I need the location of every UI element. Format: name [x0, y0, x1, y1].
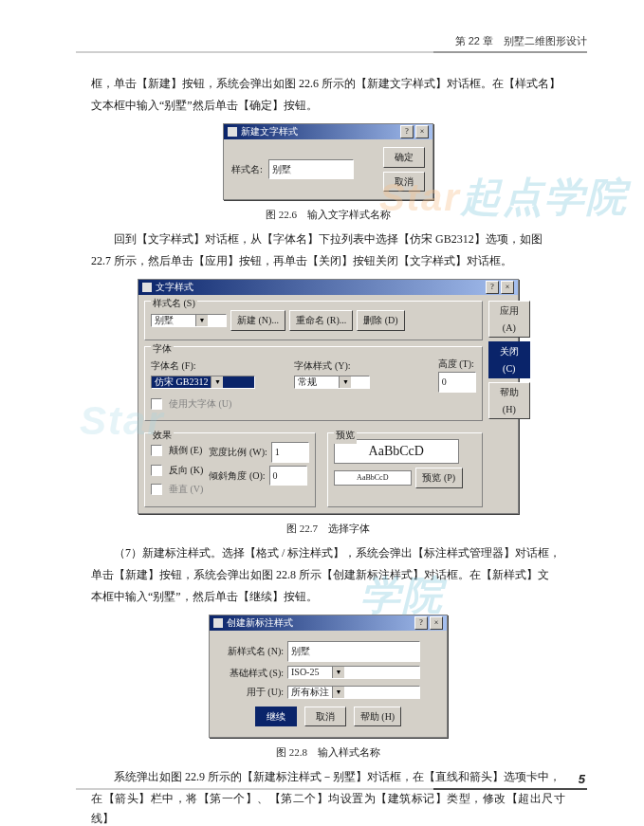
height-label: 高度 (T):: [438, 356, 476, 373]
width-label: 宽度比例 (W):: [209, 444, 267, 461]
cancel-button[interactable]: 取消: [383, 172, 425, 193]
reverse-label: 反向 (K): [169, 462, 203, 479]
paragraph: 在【箭头】栏中，将【第一个】、【第二个】均设置为【建筑标记】类型，修改【超出尺寸…: [91, 789, 565, 826]
group-preview: 预览: [334, 427, 357, 444]
rename-button[interactable]: 重命名 (R)...: [289, 310, 353, 331]
font-name-combo[interactable]: 仿宋 GB2312▼: [151, 376, 255, 389]
vertical-label: 垂直 (V): [169, 481, 203, 498]
preview-button[interactable]: 预览 (P): [415, 468, 463, 488]
new-style-label: 新样式名 (N):: [217, 643, 284, 660]
footer-rule: [76, 788, 587, 790]
cancel-button[interactable]: 取消: [304, 707, 346, 727]
font-style-combo[interactable]: 常规▼: [294, 376, 370, 389]
figure-caption: 图 22.8 输入样式名称: [91, 743, 565, 762]
dialog-title-bar: 创建新标注样式 ? ×: [210, 615, 447, 631]
help-icon[interactable]: ?: [486, 281, 499, 294]
paragraph: 框，单击【新建】按钮，系统会弹出如图 22.6 所示的【新建文字样式】对话框。在…: [91, 74, 565, 94]
oblique-label: 倾斜角度 (O):: [209, 468, 265, 485]
new-style-input[interactable]: 别墅: [287, 641, 420, 662]
style-name-input[interactable]: 别墅: [268, 159, 354, 180]
figure-22-7: 文字样式 ? × 样式名 (S) 别墅▼ 新建 (N).: [91, 279, 565, 538]
paragraph: （7）新建标注样式。选择【格式 / 标注样式】，系统会弹出【标注样式管理器】对话…: [91, 543, 565, 563]
group-effect: 效果: [151, 427, 174, 444]
paragraph: 文本框中输入“别墅”然后单击【确定】按钮。: [91, 96, 565, 116]
vertical-checkbox[interactable]: [151, 484, 162, 495]
help-icon[interactable]: ?: [400, 125, 414, 138]
oblique-input[interactable]: 0: [269, 466, 307, 486]
ok-button[interactable]: 确定: [383, 147, 425, 168]
bigfont-checkbox[interactable]: [151, 398, 162, 410]
new-button[interactable]: 新建 (N)...: [230, 310, 285, 331]
help-icon[interactable]: ?: [414, 616, 428, 630]
dialog-title-bar: 新建文字样式 ? ×: [224, 124, 432, 139]
page: 第 22 章 别墅二维图形设计 Star起点学院 StarStar 学院 框，单…: [0, 0, 644, 826]
dialog-title: 新建文字样式: [241, 124, 398, 139]
figure-caption: 图 22.7 选择字体: [91, 520, 565, 538]
delete-button[interactable]: 删除 (D): [357, 310, 404, 331]
preview-small: AaBbCcD: [334, 470, 412, 486]
app-icon: [142, 283, 152, 292]
use-for-combo[interactable]: 所有标注▼: [287, 686, 420, 699]
style-name-label: 样式名:: [231, 161, 263, 178]
help-button[interactable]: 帮助 (H): [354, 707, 401, 727]
paragraph: 单击【新建】按钮，系统会弹出如图 22.8 所示【创建新标注样式】对话框。在【新…: [91, 565, 565, 585]
help-button[interactable]: 帮助 (H): [488, 382, 530, 419]
paragraph: 本框中输入“别墅”，然后单击【继续】按钮。: [91, 587, 565, 607]
page-content: 框，单击【新建】按钮，系统会弹出如图 22.6 所示的【新建文字样式】对话框。在…: [91, 74, 565, 826]
use-for-label: 用于 (U):: [217, 684, 284, 701]
figure-22-8: 创建新标注样式 ? × 新样式名 (N): 别墅 基础样式 (S): ISO-2…: [91, 615, 565, 762]
paragraph: 回到【文字样式】对话框，从【字体名】下拉列表中选择【仿宋 GB2312】选项，如…: [91, 229, 565, 249]
dialog-title-bar: 文字样式 ? ×: [138, 280, 518, 295]
close-icon[interactable]: ×: [415, 125, 429, 138]
dialog-title: 文字样式: [156, 280, 484, 295]
app-icon: [213, 618, 223, 628]
continue-button[interactable]: 继续: [255, 707, 297, 727]
close-icon[interactable]: ×: [430, 616, 443, 630]
font-style-label: 字体样式 (Y):: [294, 358, 433, 375]
app-icon: [228, 127, 237, 137]
group-font: 字体: [151, 340, 174, 358]
width-input[interactable]: 1: [271, 442, 309, 463]
group-style-name: 样式名 (S): [151, 295, 197, 312]
font-name-label: 字体名 (F):: [151, 358, 290, 375]
base-style-label: 基础样式 (S):: [217, 665, 284, 682]
header-rule: [76, 51, 587, 53]
dialog-title: 创建新标注样式: [227, 615, 413, 631]
figure-22-6: 新建文字样式 ? × 样式名: 别墅 确定 取消 图 22.6 输入文字样式名称: [91, 123, 565, 224]
base-style-combo[interactable]: ISO-25▼: [287, 666, 420, 679]
paragraph: 22.7 所示，然后单击【应用】按钮，再单击【关闭】按钮关闭【文字样式】对话框。: [91, 251, 565, 271]
upside-label: 颠倒 (E): [169, 442, 202, 459]
bigfont-label: 使用大字体 (U): [169, 395, 231, 413]
apply-button[interactable]: 应用 (A): [488, 301, 530, 338]
chapter-header: 第 22 章 别墅二维图形设计: [455, 34, 587, 48]
page-number: 5: [579, 772, 585, 786]
reverse-checkbox[interactable]: [151, 465, 162, 476]
close-button[interactable]: 关闭 (C): [488, 341, 530, 378]
paragraph: 系统弹出如图 22.9 所示的【新建标注样式－别墅】对话框，在【直线和箭头】选项…: [91, 767, 565, 787]
upside-checkbox[interactable]: [151, 445, 162, 456]
style-name-combo[interactable]: 别墅▼: [151, 314, 227, 327]
figure-caption: 图 22.6 输入文字样式名称: [91, 206, 565, 224]
close-icon[interactable]: ×: [501, 281, 514, 294]
height-input[interactable]: 0: [438, 372, 476, 393]
